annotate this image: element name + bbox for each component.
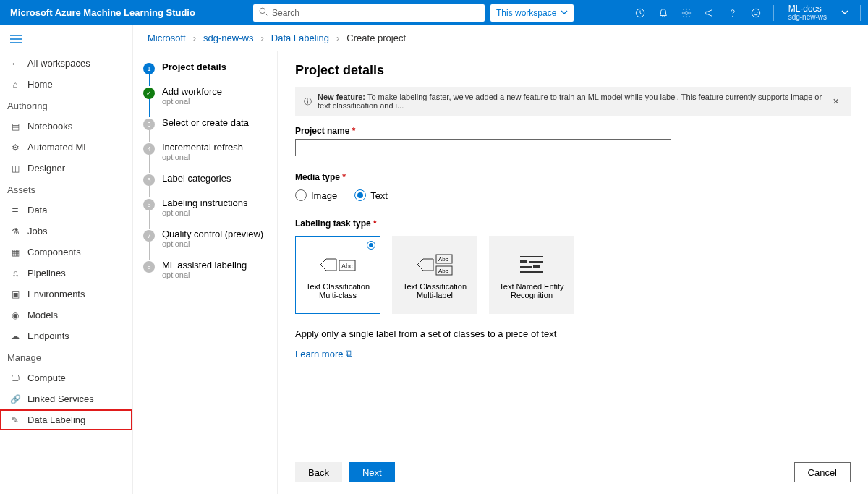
clock-icon[interactable] <box>634 7 646 19</box>
step-incremental-refresh[interactable]: 4Incremental refreshoptional <box>143 142 270 173</box>
sidebar-endpoints[interactable]: ☁Endpoints <box>0 325 132 346</box>
smiley-icon[interactable] <box>750 7 762 19</box>
next-button[interactable]: Next <box>349 462 395 482</box>
project-name-input[interactable] <box>295 139 671 156</box>
step-quality-control[interactable]: 7Quality control (preview)optional <box>143 229 270 260</box>
sidebar-models[interactable]: ◉Models <box>0 305 132 325</box>
step-optional: optional <box>162 239 263 248</box>
bell-icon[interactable] <box>658 7 669 19</box>
sidebar-item-label: Linked Services <box>27 393 94 404</box>
card-label: Text Classification <box>306 282 370 291</box>
sidebar-item-label: Data Labeling <box>27 414 85 425</box>
card-ner[interactable]: Text Named Entity Recognition <box>489 236 574 314</box>
step-label: Incremental refresh <box>162 142 243 153</box>
sidebar-jobs[interactable]: ⚗Jobs <box>0 221 132 242</box>
tag-abc-multi-icon: AbcAbc <box>416 250 454 279</box>
project-name-label: Project name * <box>295 126 851 136</box>
info-text: To make labeling faster, we've added a n… <box>318 93 822 110</box>
sidebar-automl[interactable]: ⚙Automated ML <box>0 137 132 158</box>
learn-more-link[interactable]: Learn more ⧉ <box>295 348 851 359</box>
info-banner: ⓘ New feature: To make labeling faster, … <box>295 87 851 116</box>
card-label: Multi-class <box>319 291 357 299</box>
chevron-right-icon: › <box>193 33 196 43</box>
svg-point-0 <box>260 8 265 14</box>
linked-icon: 🔗 <box>10 394 20 404</box>
sidebar-item-label: Pipelines <box>27 268 66 278</box>
info-icon: ⓘ <box>304 96 312 107</box>
step-add-workforce[interactable]: ✓Add workforceoptional <box>143 86 270 117</box>
sidebar-item-label: Endpoints <box>27 331 69 341</box>
hamburger-icon[interactable] <box>0 31 132 53</box>
radio-label: Image <box>311 190 337 201</box>
chevron-down-icon[interactable] <box>841 7 848 18</box>
step-ml-assisted[interactable]: 8ML assisted labelingoptional <box>143 260 270 279</box>
external-link-icon: ⧉ <box>346 348 352 359</box>
radio-label: Text <box>370 190 388 201</box>
cancel-button[interactable]: Cancel <box>794 462 851 482</box>
jobs-icon: ⚗ <box>10 226 20 237</box>
step-label: Label categories <box>162 173 231 184</box>
scope-selector[interactable]: This workspace <box>490 4 574 22</box>
crumb-current: Create project <box>346 33 406 43</box>
automl-icon: ⚙ <box>10 142 20 153</box>
crumb-workspace[interactable]: sdg-new-ws <box>203 33 253 43</box>
sidebar-data-labeling[interactable]: ✎Data Labeling <box>0 409 132 430</box>
step-labeling-instructions[interactable]: 6Labeling instructionsoptional <box>143 197 270 229</box>
task-description: Apply only a single label from a set of … <box>295 328 851 339</box>
step-select-data[interactable]: 3Select or create data <box>143 117 270 142</box>
crumb-microsoft[interactable]: Microsoft <box>148 33 186 43</box>
card-text-multiclass[interactable]: Abc Text Classification Multi-class <box>295 236 380 314</box>
sidebar-linked[interactable]: 🔗Linked Services <box>0 388 132 409</box>
back-button[interactable]: Back <box>295 462 342 482</box>
help-icon[interactable] <box>727 7 739 19</box>
chevron-right-icon: › <box>336 33 339 43</box>
card-label: Multi-label <box>417 291 453 299</box>
media-text-radio[interactable]: Text <box>354 189 388 201</box>
step-optional: optional <box>162 97 222 106</box>
svg-text:Abc: Abc <box>438 256 448 263</box>
svg-text:Abc: Abc <box>341 263 353 270</box>
sidebar-home[interactable]: ⌂Home <box>0 74 132 95</box>
pipelines-icon: ⎌ <box>10 268 20 278</box>
card-label: Text Named Entity <box>499 282 563 291</box>
gear-icon[interactable] <box>681 7 692 19</box>
step-label-categories[interactable]: 5Label categories <box>143 173 270 197</box>
endpoints-icon: ☁ <box>10 331 20 341</box>
sidebar-pipelines[interactable]: ⎌Pipelines <box>0 263 132 284</box>
sidebar-heading: Manage <box>0 346 132 367</box>
sidebar-components[interactable]: ▦Components <box>0 242 132 263</box>
header-separator <box>773 5 774 21</box>
step-label: ML assisted labeling <box>162 260 247 271</box>
compute-icon: 🖵 <box>10 373 20 383</box>
sidebar-compute[interactable]: 🖵Compute <box>0 367 132 388</box>
megaphone-icon[interactable] <box>704 7 715 19</box>
header-separator <box>860 5 861 21</box>
designer-icon: ◫ <box>10 163 20 174</box>
chevron-right-icon: › <box>260 33 263 43</box>
media-image-radio[interactable]: Image <box>295 189 337 201</box>
step-project-details[interactable]: 1Project details <box>143 61 270 86</box>
search-placeholder: Search <box>272 8 299 18</box>
tag-abc-icon: Abc <box>319 250 357 279</box>
crumb-data-labeling[interactable]: Data Labeling <box>271 33 329 43</box>
home-icon: ⌂ <box>10 80 20 90</box>
sidebar-data[interactable]: ≣Data <box>0 200 132 221</box>
svg-text:Abc: Abc <box>438 268 448 274</box>
close-icon[interactable]: ✕ <box>830 97 842 106</box>
sidebar-all-workspaces[interactable]: ←All workspaces <box>0 53 132 74</box>
card-text-multilabel[interactable]: AbcAbc Text Classification Multi-label <box>392 236 477 314</box>
search-input[interactable]: Search <box>253 4 485 22</box>
org-switcher[interactable]: ML-docs sdg-new-ws <box>786 4 830 22</box>
step-optional: optional <box>162 153 243 161</box>
sidebar-item-label: Environments <box>27 289 85 299</box>
step-optional: optional <box>162 271 247 279</box>
card-label: Recognition <box>511 291 553 299</box>
sidebar-item-label: Notebooks <box>27 121 72 132</box>
sidebar-environments[interactable]: ▣Environments <box>0 284 132 305</box>
svg-point-7 <box>757 11 757 12</box>
media-type-label: Media type * <box>295 172 851 182</box>
svg-rect-21 <box>533 265 540 268</box>
sidebar-designer[interactable]: ◫Designer <box>0 158 132 179</box>
sidebar-notebooks[interactable]: ▤Notebooks <box>0 116 132 137</box>
brand-title: Microsoft Azure Machine Learning Studio <box>0 7 253 18</box>
